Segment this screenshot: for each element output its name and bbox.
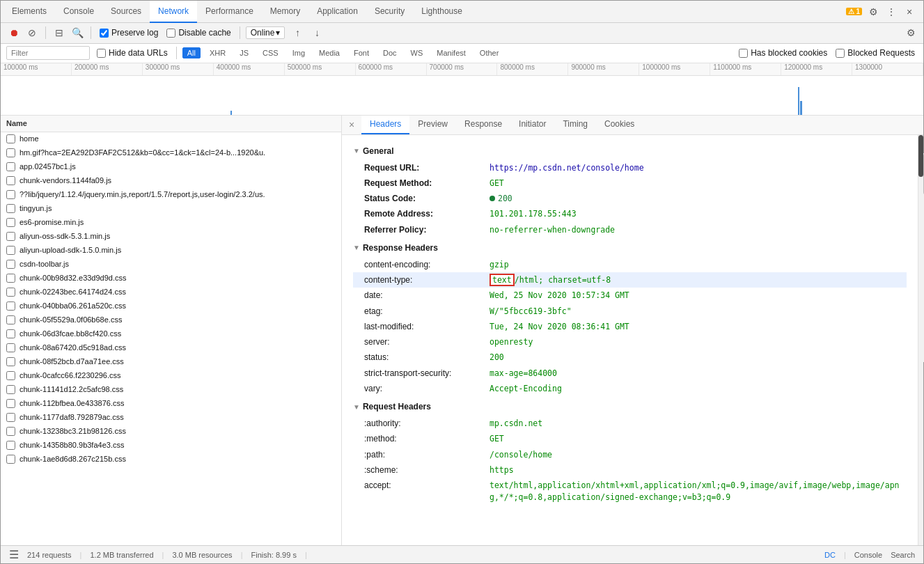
network-settings-icon[interactable]: ⚙ xyxy=(904,26,918,40)
tab-application[interactable]: Application xyxy=(308,1,366,23)
more-icon[interactable]: ⋮ xyxy=(884,5,898,19)
detail-tab-preview[interactable]: Preview xyxy=(409,116,456,135)
file-row-14[interactable]: chunk-06d3fcae.bb8cf420.css xyxy=(1,327,341,341)
file-check-13[interactable] xyxy=(6,315,15,324)
file-row-20[interactable]: chunk-1177daf8.792879ac.css xyxy=(1,411,341,425)
file-check-15[interactable] xyxy=(6,343,15,352)
file-check-17[interactable] xyxy=(6,371,15,380)
file-row-8[interactable]: aliyun-upload-sdk-1.5.0.min.js xyxy=(1,244,341,258)
file-row-0[interactable]: home xyxy=(1,132,341,146)
filter-type-all[interactable]: All xyxy=(182,47,201,58)
file-check-2[interactable] xyxy=(6,162,15,171)
file-row-3[interactable]: chunk-vendors.1144fa09.js xyxy=(1,174,341,188)
filter-type-img[interactable]: Img xyxy=(288,47,310,58)
clear-button[interactable]: ⊘ xyxy=(24,25,40,40)
headers-scrollbar-thumb[interactable] xyxy=(918,135,923,177)
filter-type-doc[interactable]: Doc xyxy=(378,47,402,58)
file-check-23[interactable] xyxy=(6,455,15,464)
file-check-21[interactable] xyxy=(6,427,15,436)
record-button[interactable]: ⏺ xyxy=(6,25,22,40)
file-check-3[interactable] xyxy=(6,176,15,185)
settings-icon[interactable]: ⚙ xyxy=(866,5,880,19)
bottom-console-label[interactable]: Console xyxy=(854,551,882,559)
disable-cache-label[interactable]: Disable cache xyxy=(166,28,230,38)
hide-data-urls-checkbox[interactable] xyxy=(97,49,106,58)
tab-network[interactable]: Network xyxy=(150,1,197,23)
detail-tab-cookies[interactable]: Cookies xyxy=(596,116,643,135)
filter-type-ws[interactable]: WS xyxy=(406,47,428,58)
dc-button[interactable]: DC xyxy=(824,551,836,559)
detail-tab-timing[interactable]: Timing xyxy=(554,116,596,135)
file-check-19[interactable] xyxy=(6,399,15,408)
disable-cache-checkbox[interactable] xyxy=(166,29,175,38)
tab-security[interactable]: Security xyxy=(366,1,413,23)
file-check-10[interactable] xyxy=(6,274,15,283)
file-row-4[interactable]: ??lib/jquery/1.12.4/jquery.min.js,report… xyxy=(1,188,341,202)
tab-elements[interactable]: Elements xyxy=(3,1,55,23)
preserve-log-label[interactable]: Preserve log xyxy=(100,28,158,38)
filter-type-css[interactable]: CSS xyxy=(258,47,283,58)
headers-scrollbar[interactable] xyxy=(918,135,923,545)
close-icon[interactable]: × xyxy=(902,5,916,19)
filter-type-js[interactable]: JS xyxy=(235,47,253,58)
menu-icon[interactable]: ☰ xyxy=(9,548,19,561)
file-row-6[interactable]: es6-promise.min.js xyxy=(1,216,341,230)
file-check-8[interactable] xyxy=(6,246,15,255)
file-row-5[interactable]: tingyun.js xyxy=(1,202,341,216)
detail-tab-headers[interactable]: Headers xyxy=(361,116,409,135)
file-row-23[interactable]: chunk-1ae8d6d8.267c215b.css xyxy=(1,453,341,467)
file-row-1[interactable]: hm.gif?hca=2EA292D3FAF2C512&kb=0&cc=1&ck… xyxy=(1,146,341,160)
file-check-14[interactable] xyxy=(6,329,15,338)
file-row-15[interactable]: chunk-08a67420.d5c918ad.css xyxy=(1,341,341,355)
detail-tab-response[interactable]: Response xyxy=(456,116,510,135)
file-row-12[interactable]: chunk-040bba06.261a520c.css xyxy=(1,299,341,313)
file-check-7[interactable] xyxy=(6,232,15,241)
tab-memory[interactable]: Memory xyxy=(262,1,308,23)
file-check-18[interactable] xyxy=(6,385,15,394)
tab-lighthouse[interactable]: Lighthouse xyxy=(413,1,471,23)
hide-data-urls-label[interactable]: Hide data URLs xyxy=(97,48,168,58)
file-check-0[interactable] xyxy=(6,134,15,143)
blocked-requests-checkbox[interactable] xyxy=(836,49,845,58)
tab-performance[interactable]: Performance xyxy=(197,1,262,23)
file-row-22[interactable]: chunk-14358b80.9b3fa4e3.css xyxy=(1,439,341,453)
file-check-16[interactable] xyxy=(6,357,15,366)
file-row-2[interactable]: app.02457bc1.js xyxy=(1,160,341,174)
filter-type-font[interactable]: Font xyxy=(349,47,374,58)
file-row-17[interactable]: chunk-0cafcc66.f2230296.css xyxy=(1,369,341,383)
filter-button[interactable]: ⊟ xyxy=(52,25,67,40)
file-row-11[interactable]: chunk-02243bec.64174d24.css xyxy=(1,285,341,299)
file-row-19[interactable]: chunk-112bfbea.0e433876.css xyxy=(1,397,341,411)
tab-console[interactable]: Console xyxy=(55,1,102,23)
file-check-11[interactable] xyxy=(6,288,15,297)
file-check-6[interactable] xyxy=(6,218,15,227)
filter-type-other[interactable]: Other xyxy=(475,47,504,58)
file-check-4[interactable] xyxy=(6,190,15,199)
timeline-bars[interactable] xyxy=(1,76,923,115)
filter-type-manifest[interactable]: Manifest xyxy=(432,47,471,58)
preserve-log-checkbox[interactable] xyxy=(100,29,109,38)
file-row-7[interactable]: aliyun-oss-sdk-5.3.1.min.js xyxy=(1,230,341,244)
file-row-21[interactable]: chunk-13238bc3.21b98126.css xyxy=(1,425,341,439)
file-row-18[interactable]: chunk-11141d12.2c5afc98.css xyxy=(1,383,341,397)
filter-type-xhr[interactable]: XHR xyxy=(205,47,230,58)
file-check-12[interactable] xyxy=(6,301,15,311)
file-row-13[interactable]: chunk-05f5529a.0f06b68e.css xyxy=(1,313,341,327)
filter-input[interactable] xyxy=(6,46,90,60)
close-detail-button[interactable]: × xyxy=(345,118,359,132)
throttle-selector[interactable]: Online ▾ xyxy=(246,26,285,39)
upload-icon[interactable]: ↑ xyxy=(290,26,304,40)
file-check-22[interactable] xyxy=(6,441,15,450)
file-row-10[interactable]: chunk-00b98d32.e33d9d9d.css xyxy=(1,272,341,285)
filter-type-media[interactable]: Media xyxy=(314,47,345,58)
detail-tab-initiator[interactable]: Initiator xyxy=(510,116,554,135)
file-check-20[interactable] xyxy=(6,413,15,422)
file-check-1[interactable] xyxy=(6,148,15,157)
download-icon[interactable]: ↓ xyxy=(310,26,324,40)
bottom-search-label[interactable]: Search xyxy=(891,551,915,559)
file-row-9[interactable]: csdn-toolbar.js xyxy=(1,258,341,272)
file-check-5[interactable] xyxy=(6,204,15,213)
tab-sources[interactable]: Sources xyxy=(102,1,150,23)
has-blocked-cookies-checkbox[interactable] xyxy=(739,49,748,58)
file-check-9[interactable] xyxy=(6,260,15,269)
